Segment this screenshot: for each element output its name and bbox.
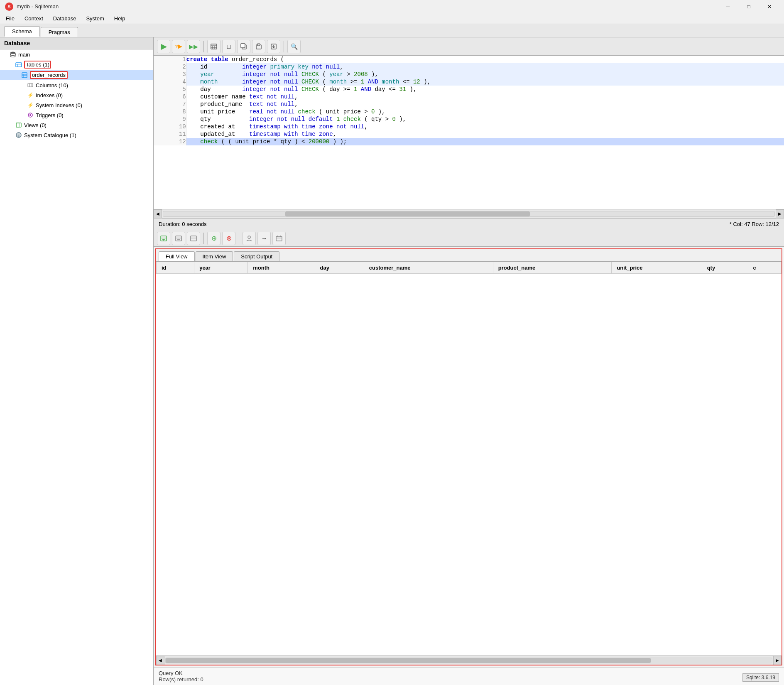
tree-item-sysindexes[interactable]: ⚡ System Indexes (0) [0,100,153,110]
code-scroll-left[interactable]: ◀ [154,209,162,219]
tree-item-main[interactable]: main [0,49,153,59]
svg-point-39 [248,236,250,238]
tables-folder-icon [15,61,22,69]
indexes-icon: ⚡ [27,91,34,99]
col-day: day [315,262,364,274]
menu-help[interactable]: Help [110,15,130,22]
menu-context[interactable]: Context [20,15,47,22]
run-explain-button[interactable]: ?▶ [172,40,185,53]
commit-button[interactable] [187,232,200,245]
data-grid[interactable]: id year month day customer_name product_… [156,262,782,656]
table-button[interactable] [207,40,220,53]
code-table: 1 create table order_records ( 2 id inte… [154,56,784,145]
stop-button[interactable]: □ [222,40,235,53]
run-all-button[interactable]: ▶▶ [187,40,200,53]
svg-rect-27 [257,44,260,46]
query-status-line1: Query OK [159,670,779,676]
tree-item-columns[interactable]: Columns (10) [0,80,153,90]
code-line-9: 9 qty integer not null default 1 check (… [154,115,784,123]
maximize-button[interactable]: □ [739,0,758,13]
code-line-7: 7 product_name text not null, [154,101,784,108]
title-bar-left: S mydb - Sqliteman [5,2,59,11]
col-qty: qty [702,262,748,274]
close-button[interactable]: ✕ [760,0,779,13]
views-icon [15,121,22,129]
toolbar-sep-2 [284,41,284,52]
tree-item-views[interactable]: Views (0) [0,120,153,130]
tab-full-view[interactable]: Full View [159,251,195,261]
syscat-icon: S [15,131,22,139]
data-toolbar-sep2 [239,233,239,244]
data-toolbar-sep [203,233,204,244]
code-line-3: 3 year integer not null CHECK ( year > 2… [154,71,784,78]
sysindexes-icon: ⚡ [27,101,34,109]
db-icon [9,51,17,58]
version-badge: Sqlite: 3.6.19 [742,673,779,682]
delete-row-button[interactable] [172,232,185,245]
insert-row-button[interactable] [157,232,170,245]
order-records-label: order_records [30,71,68,79]
arrow-right-button[interactable]: → [257,232,271,245]
svg-rect-19 [211,44,217,49]
menu-bar: File Context Database System Help [0,13,784,24]
query-status-line2: Row(s) returned: 0 [159,676,779,683]
paste-button[interactable] [252,40,265,53]
data-toolbar: ⊕ ⊗ → [154,230,784,247]
search-button[interactable]: 🔍 [287,40,301,53]
status-bar: Duration: 0 seconds * Col: 47 Row: 12/12 [154,219,784,230]
right-panel: ▶ ?▶ ▶▶ □ 🔍 [154,37,784,685]
portrait-button[interactable] [243,232,256,245]
svg-rect-15 [16,123,19,127]
menu-system[interactable]: System [82,15,108,22]
database-header: Database [0,37,153,49]
schema-tabs: Schema Pragmas [0,24,784,37]
code-scrollbar[interactable] [163,211,775,217]
remove-ref-button[interactable]: ⊗ [222,232,235,245]
menu-file[interactable]: File [2,15,19,22]
tree-label-main: main [18,52,30,58]
main-layout: Database main Tables (1) order_records C [0,37,784,685]
code-line-11: 11 updated_at timestamp with time zone, [154,130,784,138]
code-editor[interactable]: 1 create table order_records ( 2 id inte… [154,56,784,209]
views-label: Views (0) [24,122,47,128]
svg-rect-34 [176,236,181,241]
code-scroll-right[interactable]: ▶ [776,209,784,219]
code-line-1: 1 create table order_records ( [154,56,784,63]
results-scroll-left[interactable]: ◀ [156,656,164,665]
svg-rect-9 [28,83,33,87]
results-scrollbar[interactable] [165,658,772,663]
run-button[interactable]: ▶ [157,40,170,53]
add-ref-button[interactable]: ⊕ [207,232,220,245]
tab-schema[interactable]: Schema [4,26,40,37]
tree-item-indexes[interactable]: ⚡ Indexes (0) [0,90,153,100]
toolbar: ▶ ?▶ ▶▶ □ 🔍 [154,37,784,56]
minimize-button[interactable]: ─ [718,0,737,13]
tree-item-syscat[interactable]: S System Catalogue (1) [0,130,153,140]
tree-item-tables[interactable]: Tables (1) [0,59,153,70]
col-customer-name: customer_name [364,262,493,274]
export-button[interactable] [267,40,280,53]
tree-item-triggers[interactable]: Triggers (0) [0,110,153,120]
svg-rect-2 [16,63,22,67]
tab-script-output[interactable]: Script Output [234,251,279,261]
code-line-6: 6 customer_name text not null, [154,93,784,101]
svg-text:S: S [17,134,20,137]
copy-button[interactable] [237,40,250,53]
code-line-5: 5 day integer not null CHECK ( day >= 1 … [154,86,784,93]
tables-label: Tables (1) [24,61,51,69]
tab-pragmas[interactable]: Pragmas [41,27,78,37]
tab-item-view[interactable]: Item View [196,251,233,261]
tree-item-order-records[interactable]: order_records [0,70,153,80]
position-text: * Col: 47 Row: 12/12 [730,221,779,227]
data-table: id year month day customer_name product_… [156,262,782,274]
results-scroll-right[interactable]: ▶ [773,656,782,665]
left-panel: Database main Tables (1) order_records C [0,37,154,685]
duration-text: Duration: 0 seconds [159,221,207,227]
header-row: id year month day customer_name product_… [157,262,782,274]
col-month: month [248,262,315,274]
menu-database[interactable]: Database [49,15,81,22]
svg-rect-14 [16,123,21,127]
calendar-button[interactable] [272,232,286,245]
toolbar-sep-1 [203,41,204,52]
code-line-8: 8 unit_price real not null check ( unit_… [154,108,784,115]
